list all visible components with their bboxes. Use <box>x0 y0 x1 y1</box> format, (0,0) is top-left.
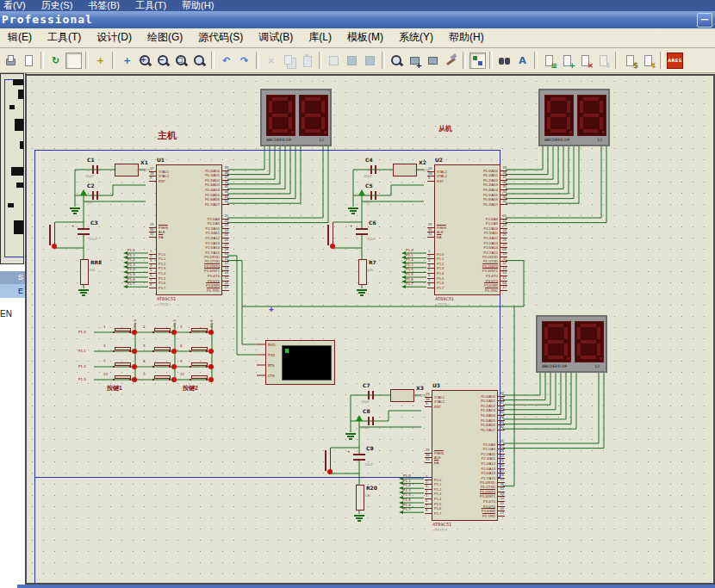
pan-icon[interactable]: + <box>119 53 135 69</box>
block-move-icon[interactable] <box>344 53 360 69</box>
origin-icon[interactable]: + <box>92 53 109 69</box>
capacitor-plate[interactable] <box>96 191 98 200</box>
bg-menu-item-4[interactable]: 帮助(H) <box>178 0 226 11</box>
redo-icon[interactable]: ↷ <box>236 53 252 69</box>
mcu-u2[interactable]: U2AT89C51<TEXT>19XTAL118XTAL29RST29PSEN3… <box>434 164 501 295</box>
capacitor-plate[interactable] <box>372 391 374 399</box>
resistor-rre[interactable] <box>80 259 89 285</box>
edit-document-icon[interactable] <box>21 53 37 69</box>
undo-icon[interactable]: ↶ <box>218 53 234 69</box>
mcu-u3[interactable]: U3AT89C51<TEXT>19XTAL118XTAL29RST29PSEN3… <box>432 390 498 521</box>
menu-item-4[interactable]: 源代码(S) <box>190 28 251 47</box>
print-icon[interactable] <box>3 53 19 69</box>
keypad-button[interactable]: 9 <box>186 362 214 372</box>
block-copy-icon[interactable] <box>326 53 342 69</box>
wire-autorouter-icon[interactable] <box>469 53 486 69</box>
ecap-plate[interactable] <box>78 228 90 230</box>
goto-sheet-icon[interactable]: ↕ <box>595 53 612 69</box>
bg-menu-item-0[interactable]: 看(V) <box>0 0 38 11</box>
overview-minimap[interactable] <box>0 73 24 264</box>
keypad-button[interactable]: 1 <box>109 327 137 337</box>
ecap-plate[interactable] <box>353 454 365 455</box>
packaging-tool-icon[interactable] <box>425 53 441 69</box>
capacitor-plate[interactable] <box>370 165 372 174</box>
menu-item-5[interactable]: 调试(B) <box>251 28 301 47</box>
button-actuator[interactable] <box>327 225 329 245</box>
selector-list-item[interactable]: EN <box>0 308 25 319</box>
capacitor-plate[interactable] <box>368 417 370 425</box>
ecap-plate[interactable] <box>356 228 368 230</box>
keypad-button[interactable]: 6 <box>186 346 214 356</box>
pick-device-icon[interactable] <box>389 53 405 69</box>
electrical-rule-check-icon[interactable]: ↯ <box>640 53 656 69</box>
cut-icon[interactable]: × <box>263 53 279 69</box>
block-rotate-icon[interactable] <box>362 53 378 69</box>
decompose-icon[interactable] <box>443 53 459 69</box>
keypad-button[interactable]: 10 <box>109 374 137 385</box>
button-actuator[interactable] <box>49 225 51 245</box>
keypad-button[interactable]: 11 <box>186 374 214 385</box>
menu-item-2[interactable]: 设计(D) <box>89 28 140 47</box>
menu-item-9[interactable]: 帮助(H) <box>441 28 492 47</box>
remove-sheet-icon[interactable]: × <box>577 53 594 69</box>
crystal-x2[interactable] <box>393 164 417 176</box>
keypad-button[interactable]: 2 <box>149 327 177 337</box>
capacitor-plate[interactable] <box>92 191 94 200</box>
bg-menu-item-1[interactable]: 历史(S) <box>38 0 85 11</box>
make-device-icon[interactable]: + <box>407 53 423 69</box>
paste-icon[interactable] <box>299 53 315 69</box>
menu-item-8[interactable]: 系统(Y) <box>391 28 441 47</box>
keypad-button[interactable]: 4 <box>109 346 137 356</box>
zoom-in-icon[interactable]: + <box>137 53 153 69</box>
capacitor-plate[interactable] <box>372 417 374 425</box>
selector-selected-row[interactable]: E <box>0 284 25 298</box>
refresh-icon[interactable]: ↻ <box>47 53 64 69</box>
property-assignment-icon[interactable]: A <box>514 53 531 69</box>
mcu-u1[interactable]: U1AT89C51<TEXT>19XTAL118XTAL29RST29PSEN3… <box>156 164 222 295</box>
taskbar-sliver[interactable] <box>0 585 715 588</box>
crystal-x3[interactable] <box>390 389 414 402</box>
capacitor-plate[interactable] <box>96 165 98 174</box>
seven-seg-display-3[interactable]: ABCDEFG DP12 <box>536 315 607 373</box>
menu-item-7[interactable]: 模板(M) <box>339 28 391 47</box>
ecap-plate[interactable] <box>356 233 368 235</box>
zoom-all-icon[interactable] <box>191 53 208 69</box>
zoom-out-icon[interactable]: − <box>155 53 171 69</box>
object-selector-panel[interactable]: S E EN <box>0 73 27 585</box>
crystal-x1[interactable] <box>115 164 139 176</box>
capacitor-plate[interactable] <box>375 165 376 174</box>
netlist-to-ares-icon[interactable]: ARES <box>667 53 683 69</box>
keypad-button[interactable]: 0 <box>149 374 177 385</box>
seven-seg-display-1[interactable]: ABCDEFG DP12 <box>260 89 332 146</box>
minimize-button[interactable]: — <box>697 13 712 28</box>
capacitor-plate[interactable] <box>370 191 372 200</box>
menu-item-3[interactable]: 绘图(G) <box>140 28 190 47</box>
title-bar[interactable]: Professional — <box>0 11 715 28</box>
menu-item-6[interactable]: 库(L) <box>301 28 339 47</box>
keypad-button[interactable]: 8 <box>149 362 177 372</box>
button-actuator[interactable] <box>325 450 326 471</box>
resistor-r7[interactable] <box>358 259 367 285</box>
capacitor-plate[interactable] <box>368 391 370 399</box>
new-sheet-icon[interactable]: + <box>559 53 575 69</box>
capacitor-plate[interactable] <box>92 165 94 174</box>
virtual-terminal[interactable]: RXDTXDRTSCTS <box>265 340 335 385</box>
resistor-r20[interactable] <box>356 485 364 511</box>
menu-item-0[interactable]: 辑(E) <box>0 28 40 47</box>
keypad-button[interactable]: 3 <box>186 327 214 337</box>
schematic-canvas[interactable]: 主机 从机 + 按键1 按键2 RXDTXDRTSCTS U1AT89C51<T… <box>25 74 715 585</box>
search-and-tag-icon[interactable] <box>496 53 513 69</box>
keypad-button[interactable]: 5 <box>149 346 177 356</box>
bill-of-materials-icon[interactable]: $ <box>622 53 638 69</box>
keypad-button[interactable]: 7 <box>109 362 137 372</box>
ecap-plate[interactable] <box>353 459 365 461</box>
bg-menu-item-3[interactable]: 工具(T) <box>132 0 178 11</box>
grid-toggle-icon[interactable] <box>65 53 82 69</box>
capacitor-plate[interactable] <box>375 191 376 200</box>
copy-icon[interactable] <box>281 53 297 69</box>
seven-seg-display-2[interactable]: ABCDEFG DP12 <box>538 89 610 146</box>
zoom-region-icon[interactable]: □ <box>173 53 190 69</box>
menu-item-1[interactable]: 工具(T) <box>40 28 89 47</box>
ecap-plate[interactable] <box>78 233 90 235</box>
bg-menu-item-2[interactable]: 书签(B) <box>84 0 132 11</box>
